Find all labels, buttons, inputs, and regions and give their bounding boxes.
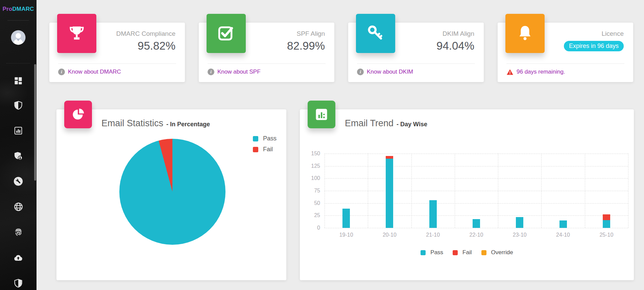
sidebar-item-reports[interactable]: [0, 125, 37, 136]
shield-icon: [14, 101, 23, 110]
stat-label: Licence: [602, 30, 624, 37]
y-axis-tick: 150: [311, 151, 320, 157]
stat-icon-box: [356, 14, 395, 53]
know-about-spf-link[interactable]: i Know about SPF: [208, 69, 261, 75]
legend-swatch: [421, 250, 426, 255]
legend-label: Pass: [263, 135, 277, 142]
legend-label: Fail: [263, 146, 273, 153]
gridline: [585, 154, 585, 228]
stat-footer-label: Know about DKIM: [367, 69, 413, 75]
checkbox-icon: [216, 24, 236, 43]
x-axis-tick: 21-10: [411, 232, 455, 238]
legend-swatch: [481, 250, 486, 255]
stat-value: 94.04%: [436, 39, 474, 52]
x-axis-tick: 20-10: [368, 232, 411, 238]
gridline: [368, 154, 368, 228]
sidebar-scrollbar[interactable]: [34, 64, 36, 181]
legend-item-pass[interactable]: Pass: [253, 135, 277, 142]
stat-label: DKIM Align: [443, 30, 474, 37]
chart-title: Email Trend: [345, 118, 393, 129]
divider: [208, 63, 326, 64]
bar-chart-legend: PassFailOverride: [300, 249, 634, 256]
legend-label: Pass: [430, 249, 443, 256]
stat-label: SPF Align: [297, 30, 325, 37]
stat-card-licence: Licence Expires in 96 days 96 days remai…: [498, 23, 633, 82]
email-trend-card: Email Trend - Day Wise 02550751001251501…: [300, 109, 634, 280]
sidebar-item-tools[interactable]: [0, 176, 37, 187]
bar-pass-24-10: [559, 220, 567, 228]
stat-value: 82.99%: [287, 39, 325, 52]
chart-title-row: Email Trend - Day Wise: [345, 118, 427, 129]
bar-pass-25-10: [603, 220, 610, 228]
sidebar-item-security[interactable]: [0, 278, 37, 289]
bar-pass-23-10: [516, 217, 523, 228]
sidebar-item-domains[interactable]: [0, 201, 37, 212]
warning-triangle-icon: [506, 69, 514, 75]
x-axis-tick: 23-10: [498, 232, 541, 238]
avatar[interactable]: [10, 30, 26, 45]
pie-legend: PassFail: [253, 135, 277, 153]
brand-logo[interactable]: ProDMARC: [0, 6, 37, 12]
bell-icon: [515, 24, 535, 43]
chart-icon-box: [308, 101, 335, 128]
bar-fail-20-10: [386, 156, 393, 158]
know-about-dkim-link[interactable]: i Know about DKIM: [357, 69, 413, 75]
legend-item-fail[interactable]: Fail: [253, 146, 277, 153]
info-icon: i: [58, 69, 65, 75]
divider: [357, 63, 475, 64]
legend-item-pass[interactable]: Pass: [421, 249, 443, 256]
pie-chart-icon: [71, 107, 86, 122]
fingerprint-icon: [14, 228, 23, 237]
sidebar-item-upload[interactable]: [0, 252, 37, 264]
sidebar: ProDMARC: [0, 0, 37, 290]
key-icon: [366, 24, 385, 43]
y-axis-tick: 0: [317, 225, 320, 231]
sidebar-item-protection[interactable]: [0, 100, 37, 111]
x-axis-tick: 22-10: [455, 232, 498, 238]
gridline: [455, 154, 455, 228]
legend-item-fail[interactable]: Fail: [453, 249, 472, 256]
chart-subtitle: - In Percentage: [166, 121, 210, 128]
legend-label: Override: [491, 249, 513, 256]
gridline: [498, 154, 498, 228]
legend-item-override[interactable]: Override: [481, 249, 513, 256]
bar-pass-19-10: [342, 209, 350, 228]
bar-pass-22-10: [473, 219, 480, 228]
legend-swatch: [253, 136, 258, 141]
y-axis-tick: 75: [314, 188, 320, 194]
dashboard-grid-icon: [14, 76, 23, 85]
sidebar-item-forensics[interactable]: [0, 227, 37, 238]
info-icon: i: [357, 69, 364, 75]
analytics-bars-icon: [14, 126, 23, 135]
x-axis-tick: 19-10: [325, 232, 368, 238]
y-axis-tick: 125: [311, 163, 320, 169]
info-icon: i: [208, 69, 214, 75]
sidebar-item-dashboard[interactable]: [0, 75, 37, 86]
stat-footer-label: Know about SPF: [217, 69, 261, 75]
divider: [7, 20, 29, 21]
legend-swatch: [453, 250, 458, 255]
y-axis-tick: 50: [314, 200, 320, 206]
trophy-icon: [67, 24, 87, 43]
brand-dmarc: DMARC: [12, 6, 34, 12]
y-axis-tick: 100: [311, 175, 320, 181]
divider: [506, 63, 624, 64]
gridline: [325, 178, 628, 179]
gridline: [325, 154, 325, 228]
gridline: [325, 228, 628, 228]
gridline: [325, 203, 628, 204]
chart-title: Email Statistics: [101, 118, 163, 129]
chart-icon-box: [64, 101, 92, 128]
stat-card-dmarc-compliance: DMARC Compliance 95.82% i Know about DMA…: [49, 23, 185, 82]
x-axis-tick: 24-10: [542, 232, 585, 238]
pie-chart: [119, 139, 225, 245]
licence-warning: 96 days remaining.: [506, 69, 565, 75]
know-about-dmarc-link[interactable]: i Know about DMARC: [58, 69, 121, 75]
security-shield-icon: [14, 279, 23, 288]
gridline: [325, 166, 628, 166]
sidebar-item-user-security[interactable]: [0, 150, 37, 162]
stat-icon-box: [207, 14, 246, 53]
stat-icon-box: [505, 14, 545, 53]
stat-footer-label: Know about DMARC: [68, 69, 121, 75]
bar-chart-plot: 025507510012515019-1020-1021-1022-1023-1…: [325, 154, 628, 228]
